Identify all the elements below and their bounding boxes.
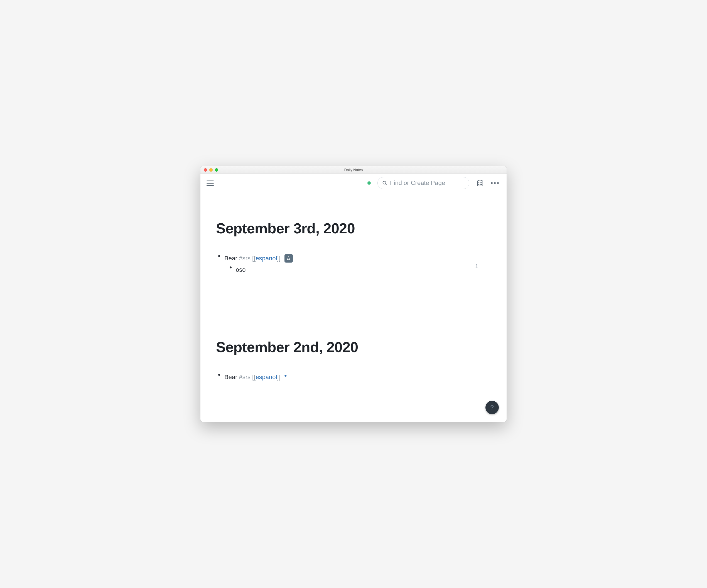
tag-srs[interactable]: #srs bbox=[239, 372, 250, 382]
block-content[interactable]: oso bbox=[236, 265, 491, 274]
calendar-icon[interactable] bbox=[476, 179, 484, 187]
day-title[interactable]: September 3rd, 2020 bbox=[216, 220, 491, 237]
svg-rect-8 bbox=[478, 184, 479, 185]
block-content[interactable]: Bear #srs [[espanol]] * bbox=[224, 372, 491, 382]
more-menu-icon[interactable] bbox=[491, 182, 499, 184]
help-button[interactable]: ? bbox=[485, 401, 499, 414]
block-text: Bear bbox=[224, 372, 237, 382]
titlebar: Daily Notes bbox=[200, 166, 507, 174]
block-content[interactable]: Bear #srs [[espanol]] Δ bbox=[224, 253, 491, 263]
content-area[interactable]: September 3rd, 2020 Bear #srs [[espanol]… bbox=[200, 192, 507, 422]
minimize-window-button[interactable] bbox=[209, 168, 213, 172]
svg-rect-5 bbox=[478, 182, 479, 183]
page-reference[interactable]: [[espanol]] bbox=[252, 372, 280, 382]
svg-rect-7 bbox=[481, 182, 482, 183]
srs-marker[interactable]: * bbox=[284, 372, 287, 382]
traffic-lights bbox=[200, 168, 218, 172]
menu-icon[interactable] bbox=[206, 179, 215, 187]
day-title[interactable]: September 2nd, 2020 bbox=[216, 339, 491, 356]
block-text: Bear bbox=[224, 253, 237, 263]
search-box[interactable] bbox=[377, 177, 469, 189]
search-icon bbox=[382, 180, 387, 186]
search-input[interactable] bbox=[390, 179, 465, 187]
bullet-icon[interactable] bbox=[218, 255, 220, 257]
svg-rect-10 bbox=[481, 184, 482, 185]
block-children: oso bbox=[220, 265, 491, 274]
reference-count[interactable]: 1 bbox=[475, 263, 478, 269]
delta-button[interactable]: Δ bbox=[284, 254, 293, 263]
block-row: Bear #srs [[espanol]] * bbox=[216, 372, 491, 382]
block-text: oso bbox=[236, 265, 245, 274]
maximize-window-button[interactable] bbox=[215, 168, 218, 172]
svg-line-1 bbox=[385, 184, 386, 185]
svg-rect-9 bbox=[480, 184, 480, 185]
sync-status-dot[interactable] bbox=[367, 181, 371, 185]
topbar bbox=[200, 174, 507, 192]
svg-rect-6 bbox=[480, 182, 480, 183]
close-window-button[interactable] bbox=[204, 168, 207, 172]
page-reference[interactable]: [[espanol]] bbox=[252, 253, 280, 263]
app-window: Daily Notes September 3rd, 2020 bbox=[200, 166, 507, 422]
window-title: Daily Notes bbox=[200, 168, 507, 172]
block-row: Bear #srs [[espanol]] Δ 1 oso bbox=[216, 253, 491, 274]
daily-note: September 3rd, 2020 Bear #srs [[espanol]… bbox=[216, 192, 491, 274]
tag-srs[interactable]: #srs bbox=[239, 253, 250, 263]
daily-note: September 2nd, 2020 Bear #srs [[espanol]… bbox=[216, 308, 491, 382]
svg-rect-2 bbox=[477, 181, 483, 186]
bullet-icon[interactable] bbox=[218, 374, 220, 376]
bullet-icon[interactable] bbox=[230, 266, 232, 268]
